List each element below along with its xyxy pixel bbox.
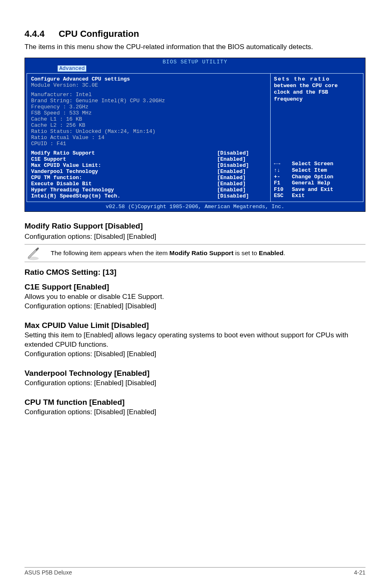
footer-right: 4-21 [354,569,365,576]
note-box: The following item appears when the item… [25,244,365,262]
bios-info: Manufacturer: Intel Brand String: Genuin… [31,92,266,147]
bios-help: Sets the ratio between the CPU core cloc… [274,76,360,103]
arrow-lr-icon: ←→ [274,161,292,167]
bios-setting-row[interactable]: CPU TM function:[Enabled] [31,175,266,181]
bios-title: BIOS SETUP UTILITY [25,58,365,65]
text-modify-ratio: Configuration options: [Disabled] [Enabl… [25,232,365,242]
heading-vanderpool: Vanderpool Technology [Enabled] [25,369,365,378]
heading-max-cpuid: Max CPUID Value Limit [Disabled] [25,321,365,330]
bios-header1: Configure Advanced CPU settings [31,76,266,82]
bios-setting-row[interactable]: Hyper Threading Technology[Enabled] [31,187,266,193]
text-max-cpuid: Setting this item to [Enabled] allows le… [25,331,365,359]
footer-left: ASUS P5B Deluxe [25,569,72,576]
bios-setting-row[interactable]: Intel(R) SpeedStep(tm) Tech.[Disabled] [31,193,266,199]
bios-setting-row[interactable]: Modify Ratio Support[Disabled] [31,150,266,156]
bios-setting-row[interactable]: Max CPUID Value Limit:[Disabled] [31,162,266,168]
bios-key-help: ←→Select Screen ↑↓Select Item +-Change O… [274,161,360,199]
bios-setting-row[interactable]: Execute Disable Bit[Enabled] [31,181,266,187]
text-cpu-tm: Configuration options: [Disabled] [Enabl… [25,408,365,417]
intro-paragraph: The items in this menu show the CPU-rela… [25,43,365,52]
note-icon [26,247,38,259]
page-footer: ASUS P5B Deluxe 4-21 [25,567,365,576]
bios-header2: Module Version: 3C.0E [31,82,266,88]
section-header: 4.4.4 CPU Configuration [25,29,365,39]
section-title: CPU Configuration [58,29,139,39]
text-c1e: Allows you to enable or disable C1E Supp… [25,292,365,311]
heading-modify-ratio: Modify Ratio Support [Disabled] [25,222,365,231]
bios-footer: v02.58 (C)Copyright 1985-2006, American … [25,203,365,211]
bios-tab-advanced[interactable]: Advanced [58,65,86,72]
bios-settings: Modify Ratio Support[Disabled] C1E Suppo… [31,150,266,199]
bios-screenshot: BIOS SETUP UTILITY Advanced Configure Ad… [25,58,365,212]
heading-ratio-cmos: Ratio CMOS Setting: [13] [25,268,365,277]
note-text: The following item appears when the item… [51,249,285,257]
bios-setting-row[interactable]: Vanderpool Technology[Enabled] [31,168,266,175]
arrow-ud-icon: ↑↓ [274,167,292,174]
text-vanderpool: Configuration options: [Enabled] [Disabl… [25,379,365,388]
section-number: 4.4.4 [25,29,45,39]
heading-cpu-tm: CPU TM function [Enabled] [25,398,365,407]
heading-c1e: C1E Support [Enabled] [25,283,365,292]
bios-setting-row[interactable]: C1E Support[Enabled] [31,156,266,162]
